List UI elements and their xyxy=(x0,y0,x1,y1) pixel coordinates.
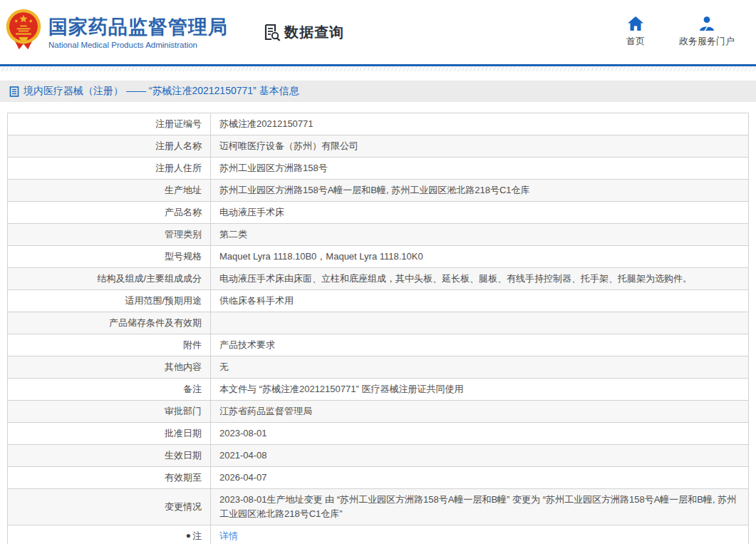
table-row: 适用范围/预期用途 供临床各科手术用 xyxy=(8,290,749,312)
hatch-band xyxy=(0,66,756,71)
field-value: 苏州工业园区方洲路158号A幢一层和B幢, 苏州工业园区淞北路218号C1仓库 xyxy=(211,180,749,202)
site-title-block: 国家药品监督管理局 National Medical Products Admi… xyxy=(48,16,228,49)
field-label: 注册证编号 xyxy=(8,113,211,135)
field-label: 注册人名称 xyxy=(8,135,211,158)
table-row: 型号规格 Maquet Lyra 1118.10B0，Maquet Lyra 1… xyxy=(8,246,749,268)
details-link[interactable]: 详情 xyxy=(219,530,238,541)
table-row: 其他内容 无 xyxy=(8,356,749,379)
field-value: 苏州工业园区方洲路158号 xyxy=(211,158,749,180)
field-label: 备注 xyxy=(8,379,211,401)
field-label: 有效期至 xyxy=(8,467,211,489)
field-value: 迈柯唯医疗设备（苏州）有限公司 xyxy=(211,135,749,158)
data-query-section[interactable]: 数据查询 xyxy=(262,23,344,42)
table-row: 结构及组成/主要组成成分 电动液压手术床由床面、立柱和底座组成，其中头板、延长板… xyxy=(8,268,749,290)
field-label: 适用范围/预期用途 xyxy=(8,290,211,312)
field-value: 2021-04-08 xyxy=(211,445,749,467)
field-value: 苏械注准20212150771 xyxy=(211,113,749,135)
breadcrumb-text: 境内医疗器械（注册） —— “苏械注准20212150771” 基本信息 xyxy=(24,85,299,98)
note-label: 注 xyxy=(192,530,202,541)
table-row: 生产地址 苏州工业园区方洲路158号A幢一层和B幢, 苏州工业园区淞北路218号… xyxy=(8,180,749,202)
field-label: 型号规格 xyxy=(8,246,211,268)
registration-info-table: 注册证编号 苏械注准20212150771 注册人名称 迈柯唯医疗设备（苏州）有… xyxy=(7,113,749,544)
field-value: 本文件与 “苏械注准20212150771” 医疗器械注册证共同使用 xyxy=(211,379,749,401)
table-row: 注册人名称 迈柯唯医疗设备（苏州）有限公司 xyxy=(8,135,749,158)
table-row: 变更情况 2023-08-01生产地址变更 由 “苏州工业园区方洲路158号A幢… xyxy=(8,489,749,525)
data-query-label: 数据查询 xyxy=(284,23,344,42)
note-bullet-icon: ● xyxy=(186,528,191,543)
table-row-note: ●注 详情 xyxy=(8,525,749,544)
table-row: 有效期至 2026-04-07 xyxy=(8,467,749,489)
field-value: 详情 xyxy=(211,525,749,544)
site-subtitle: National Medical Products Administration xyxy=(48,41,228,49)
table-row: 产品名称 电动液压手术床 xyxy=(8,202,749,224)
field-value: 供临床各科手术用 xyxy=(211,290,749,312)
field-value: 江苏省药品监督管理局 xyxy=(211,401,749,423)
table-row: 备注 本文件与 “苏械注准20212150771” 医疗器械注册证共同使用 xyxy=(8,379,749,401)
field-label: 生效日期 xyxy=(8,445,211,467)
nav-home-label: 首页 xyxy=(626,35,645,48)
field-value: 2026-04-07 xyxy=(211,467,749,489)
header-nav: 首页 政务服务门户 xyxy=(626,16,735,48)
field-value: Maquet Lyra 1118.10B0，Maquet Lyra 1118.1… xyxy=(211,246,749,268)
nav-item-portal[interactable]: 政务服务门户 xyxy=(679,16,735,48)
field-label: 结构及组成/主要组成成分 xyxy=(8,268,211,290)
table-row: 注册人住所 苏州工业园区方洲路158号 xyxy=(8,158,749,180)
field-label: 变更情况 xyxy=(8,489,211,525)
field-value: 电动液压手术床由床面、立柱和底座组成，其中头板、延长板、腿板、有线手持控制器、托… xyxy=(211,268,749,290)
field-value: 无 xyxy=(211,356,749,379)
home-icon xyxy=(628,16,643,31)
site-logo[interactable]: 国家药品监督管理局 National Medical Products Admi… xyxy=(6,8,228,56)
nav-item-home[interactable]: 首页 xyxy=(626,16,645,48)
field-value xyxy=(211,312,749,334)
table-row: 生效日期 2021-04-08 xyxy=(8,445,749,467)
user-icon xyxy=(699,16,715,31)
field-label: 审批部门 xyxy=(8,401,211,423)
field-label: 产品名称 xyxy=(8,202,211,224)
site-header: 国家药品监督管理局 National Medical Products Admi… xyxy=(0,0,756,64)
field-value: 第二类 xyxy=(211,224,749,246)
table-row: 审批部门 江苏省药品监督管理局 xyxy=(8,401,749,423)
table-row: 附件 产品技术要求 xyxy=(8,334,749,356)
table-row: 批准日期 2023-08-01 xyxy=(8,423,749,445)
table-row: 产品储存条件及有效期 xyxy=(8,312,749,334)
site-title: 国家药品监督管理局 xyxy=(48,16,228,39)
field-label: ●注 xyxy=(8,525,211,544)
national-emblem-icon xyxy=(6,8,41,56)
field-label: 批准日期 xyxy=(8,423,211,445)
field-value: 电动液压手术床 xyxy=(211,202,749,224)
field-value: 2023-08-01生产地址变更 由 “苏州工业园区方洲路158号A幢一层和B幢… xyxy=(211,489,749,525)
field-label: 其他内容 xyxy=(8,356,211,379)
table-row: 注册证编号 苏械注准20212150771 xyxy=(8,113,749,135)
field-label: 生产地址 xyxy=(8,180,211,202)
breadcrumb: 境内医疗器械（注册） —— “苏械注准20212150771” 基本信息 xyxy=(0,81,756,102)
field-label: 附件 xyxy=(8,334,211,356)
field-value: 2023-08-01 xyxy=(211,423,749,445)
field-label: 注册人住所 xyxy=(8,158,211,180)
field-label: 管理类别 xyxy=(8,224,211,246)
document-icon xyxy=(9,86,20,97)
registration-info-table-wrap: 注册证编号 苏械注准20212150771 注册人名称 迈柯唯医疗设备（苏州）有… xyxy=(7,113,749,544)
data-query-icon xyxy=(262,23,281,42)
table-row: 管理类别 第二类 xyxy=(8,224,749,246)
field-label: 产品储存条件及有效期 xyxy=(8,312,211,334)
nav-portal-label: 政务服务门户 xyxy=(679,35,735,48)
field-value: 产品技术要求 xyxy=(211,334,749,356)
